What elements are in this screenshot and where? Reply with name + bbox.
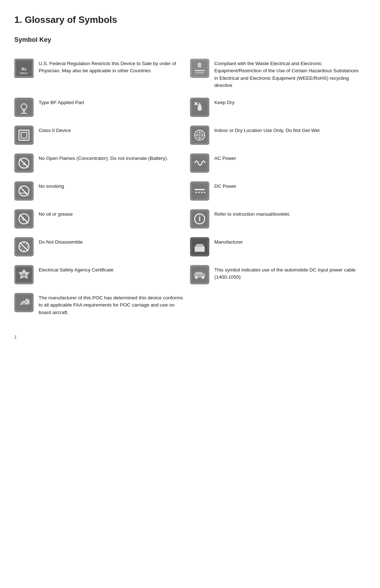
svg-text:ONLY: ONLY [20,72,28,74]
noflame-text: No Open Flames (Concentrator); Do not in… [39,153,184,162]
nooil-text: No oil or grease [39,209,184,218]
indoor-icon [190,126,209,145]
symbol-item-electricalsafety: UL Electrical Safety Agency Certificate [14,261,190,289]
acpower-text: AC Power [214,153,360,162]
svg-text:Rx: Rx [21,67,27,71]
nosmoking-icon [14,181,34,201]
svg-rect-14 [16,127,32,143]
nosmoking-text: No smoking [39,181,184,190]
symbol-item-keepdry: Keep Dry [190,93,366,121]
page-number: 1 [14,335,366,340]
page-title: 1. Glossary of Symbols [14,14,366,25]
keepdry-text: Keep Dry [214,98,360,106]
faa-text: The manufacturer of this POC has determi… [39,293,184,316]
symbol-item-weee: 🗑 Compliant with the Waste Electrical an… [190,54,366,93]
electricalsafety-text: Electrical Safety Agency Certificate [39,265,184,274]
svg-text:i: i [199,215,201,222]
svg-point-51 [195,276,198,279]
svg-text:🗑: 🗑 [197,62,203,68]
svg-rect-30 [192,183,208,199]
manufacturer-icon [190,237,209,256]
weee-text: Compliant with the Waste Electrical and … [214,59,360,89]
section-title: Symbol Key [14,36,366,44]
symbol-item-manufacturer: Manufacturer [190,233,366,261]
symbol-item-indoor: Indoor or Dry Location Use Only, Do Not … [190,121,366,149]
indoor-text: Indoor or Dry Location Use Only, Do Not … [214,126,360,134]
weee-icon: 🗑 [190,59,209,78]
rx-only-icon: Rx ONLY [14,59,34,78]
symbol-item-acpower: AC Power [190,149,366,177]
nodisassemble-text: Do Not Disassemble [39,237,184,246]
bf-icon [14,98,34,117]
symbol-grid: Rx ONLY U.S. Federal Regulation Restrict… [14,54,366,320]
nodisassemble-icon [14,237,34,256]
symbol-item-rx-only: Rx ONLY U.S. Federal Regulation Restrict… [14,54,190,93]
electricalsafety-icon: UL [14,265,34,284]
svg-rect-53 [195,272,203,274]
symbol-item-nosmoking: No smoking [14,177,190,205]
symbol-item-dcpower: DC Power [190,177,366,205]
symbol-item-manual: i Refer to instruction manual/booklet. [190,205,366,233]
symbol-item-bf: Type BF Applied Part [14,93,190,121]
svg-text:UL: UL [21,273,26,277]
dcpower-icon [190,181,209,201]
autodc-text: This symbol indicates use of the automob… [214,265,360,281]
symbol-item-autodc: This symbol indicates use of the automob… [190,261,366,289]
svg-rect-29 [20,192,27,194]
manual-text: Refer to instruction manual/booklet. [214,209,360,218]
symbol-item-classii: Class II Device [14,121,190,149]
symbol-item-faa: The manufacturer of this POC has determi… [14,289,190,320]
nooil-icon [14,209,34,229]
acpower-icon [190,153,209,173]
symbol-item-nodisassemble: Do Not Disassemble [14,233,190,261]
classii-text: Class II Device [39,126,184,134]
keepdry-icon [190,98,209,117]
faa-icon [14,293,34,312]
manufacturer-text: Manufacturer [214,237,360,246]
noflame-icon [14,153,34,173]
dcpower-text: DC Power [214,181,360,190]
autodc-icon [190,265,209,284]
svg-point-52 [201,276,204,279]
symbol-placeholder [190,289,366,320]
svg-rect-9 [23,109,25,112]
manual-icon: i [190,209,209,229]
classii-icon [14,126,34,145]
rx-only-text: U.S. Federal Regulation Restricts this D… [39,59,184,75]
symbol-item-nooil: No oil or grease [14,205,190,233]
symbol-item-noflame: No Open Flames (Concentrator); Do not in… [14,149,190,177]
svg-rect-6 [195,72,204,74]
svg-rect-46 [195,247,205,252]
bf-text: Type BF Applied Part [39,98,184,106]
